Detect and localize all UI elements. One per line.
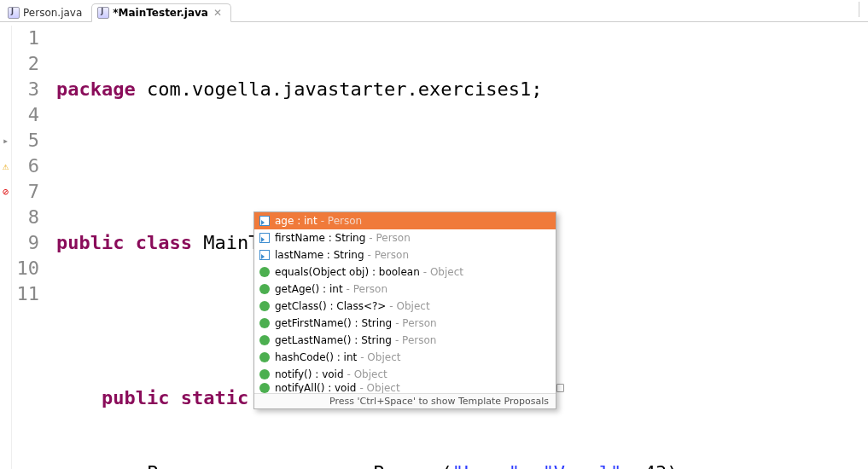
method-icon	[259, 383, 270, 393]
proposal-origin: - Person	[368, 249, 409, 261]
content-assist-item[interactable]: getAge() : int - Person	[254, 281, 556, 298]
content-assist-item[interactable]: firstName : String - Person	[254, 229, 556, 246]
proposal-signature: equals(Object obj) : boolean	[275, 266, 420, 278]
proposal-signature: getAge() : int	[275, 283, 343, 295]
line-number: 8	[12, 205, 39, 230]
line-number: 6	[12, 153, 39, 179]
code-line[interactable]: Person person = new Person("Lars", "Voge…	[56, 460, 868, 469]
method-icon	[259, 318, 270, 328]
content-assist-item[interactable]: notifyAll() : void - Object	[254, 383, 556, 393]
java-file-icon	[8, 7, 20, 19]
line-number: 11	[12, 281, 39, 307]
fold-marker-icon[interactable]	[556, 384, 564, 392]
proposal-origin: - Person	[395, 334, 436, 346]
content-assist-footer: Press 'Ctrl+Space' to show Template Prop…	[254, 393, 556, 408]
content-assist-item[interactable]: getFirstName() : String - Person	[254, 315, 556, 332]
content-assist-item[interactable]: age : int - Person	[254, 212, 556, 229]
line-number: 3	[12, 77, 39, 102]
proposal-origin: - Person	[321, 215, 362, 227]
method-icon	[259, 335, 270, 345]
line-number: 1	[12, 26, 39, 51]
tab-label: *MainTester.java	[113, 7, 208, 19]
content-assist-item[interactable]: equals(Object obj) : boolean - Object	[254, 263, 556, 281]
method-icon	[259, 267, 270, 277]
content-assist-popup: age : int - PersonfirstName : String - P…	[253, 211, 556, 409]
line-number: 4	[12, 102, 39, 128]
proposal-origin: - Object	[360, 351, 400, 363]
tab-overflow-handle[interactable]	[859, 2, 865, 17]
code-line[interactable]	[56, 153, 868, 179]
proposal-signature: notify() : void	[275, 368, 344, 380]
proposal-origin: - Person	[395, 317, 436, 329]
content-assist-item[interactable]: getLastName() : String - Person	[254, 332, 556, 349]
java-file-icon	[97, 7, 109, 19]
proposal-origin: - Object	[389, 300, 429, 312]
override-marker-icon[interactable]: ▸	[0, 128, 11, 153]
proposal-origin: - Object	[347, 368, 387, 380]
line-number: 5	[12, 128, 39, 153]
annotation-ruler: ▸ ⚠ ⊘	[0, 26, 12, 469]
field-icon	[259, 250, 270, 260]
proposal-signature: lastName : String	[275, 249, 364, 261]
proposal-origin: - Person	[369, 232, 410, 244]
tab-maintester-java[interactable]: *MainTester.java ✕	[91, 3, 231, 22]
editor-tab-bar: Person.java *MainTester.java ✕	[0, 0, 868, 22]
tab-label: Person.java	[23, 7, 82, 19]
line-number: 7	[12, 179, 39, 205]
method-icon	[259, 284, 270, 294]
proposal-signature: firstName : String	[275, 232, 365, 244]
proposal-signature: getClass() : Class<?>	[275, 300, 386, 312]
proposal-signature: getFirstName() : String	[275, 317, 392, 329]
close-icon[interactable]: ✕	[213, 7, 222, 19]
content-assist-item[interactable]: notify() : void - Object	[254, 366, 556, 383]
error-marker-icon[interactable]: ⊘	[0, 179, 11, 205]
method-icon	[259, 352, 270, 362]
proposal-origin: - Object	[359, 383, 399, 393]
code-line[interactable]: package com.vogella.javastarter.exercise…	[56, 77, 868, 102]
tab-person-java[interactable]: Person.java	[2, 3, 91, 22]
content-assist-list[interactable]: age : int - PersonfirstName : String - P…	[254, 212, 556, 393]
proposal-signature: age : int	[275, 215, 317, 227]
field-icon	[259, 233, 270, 243]
line-number-gutter: 1 2 3 4 5 6 7 8 9 10 11	[12, 26, 46, 469]
content-assist-item[interactable]: hashCode() : int - Object	[254, 349, 556, 366]
line-number: 2	[12, 51, 39, 77]
proposal-origin: - Person	[347, 283, 387, 295]
proposal-origin: - Object	[423, 266, 463, 278]
line-number: 10	[12, 256, 39, 281]
content-assist-item[interactable]: getClass() : Class<?> - Object	[254, 298, 556, 315]
proposal-signature: hashCode() : int	[275, 351, 357, 363]
method-icon	[259, 301, 270, 311]
field-icon	[259, 216, 270, 226]
warning-marker-icon[interactable]: ⚠	[0, 153, 11, 179]
line-number: 9	[12, 230, 39, 256]
proposal-signature: notifyAll() : void	[275, 383, 356, 393]
content-assist-item[interactable]: lastName : String - Person	[254, 246, 556, 263]
method-icon	[259, 369, 270, 379]
proposal-signature: getLastName() : String	[275, 334, 392, 346]
